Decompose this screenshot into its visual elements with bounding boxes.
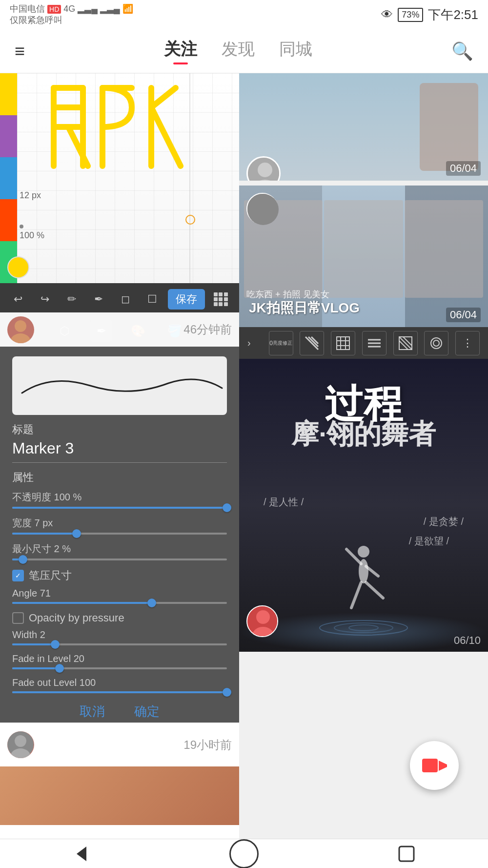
opacity-pressure-checkbox[interactable] <box>12 612 24 624</box>
fade-out-track[interactable] <box>12 691 227 693</box>
width-label: 宽度 7 px <box>12 517 227 530</box>
brush-stroke-preview <box>12 366 227 405</box>
fade-in-track[interactable] <box>12 667 227 669</box>
circle-icon[interactable] <box>424 331 448 355</box>
angle-track[interactable] <box>12 602 227 604</box>
back-button[interactable] <box>62 842 101 866</box>
right-date-1: 06/04 <box>446 161 481 176</box>
palette-red[interactable] <box>0 199 17 241</box>
grid-icon[interactable] <box>331 331 355 355</box>
brightness-icon[interactable]: 0亮度修正 <box>269 331 293 355</box>
more-options-icon[interactable]: ⋮ <box>455 331 480 355</box>
battery-indicator: 73% <box>398 8 423 22</box>
tab-tongcheng[interactable]: 同城 <box>279 38 312 64</box>
pen-pressure-checkbox[interactable]: ✓ <box>12 570 24 581</box>
angle-thumb[interactable] <box>147 599 156 607</box>
palette-purple[interactable] <box>0 115 17 157</box>
main-content: 12 px 100 % ↩ ↪ ✏ ✒ ◻ ☐ 保存 <box>0 73 488 839</box>
undo-button[interactable]: ↩ <box>7 288 29 310</box>
color-circle[interactable] <box>7 256 29 278</box>
confirm-button[interactable]: 确定 <box>134 703 160 720</box>
brush-preview <box>12 356 227 415</box>
opacity-pressure-label: Opacity by pressure <box>29 612 124 624</box>
width2-slider-row: Width 2 <box>12 629 227 645</box>
cancel-button[interactable]: 取消 <box>80 703 105 720</box>
search-icon[interactable]: 🔍 <box>451 41 473 62</box>
carrier-info: 中国电信 HD 4G ▂▃▄ ▂▃▄ 📶 仅限紧急呼叫 <box>10 3 133 26</box>
opacity-label: 不透明度 100 % <box>12 491 227 504</box>
svg-point-36 <box>433 340 439 346</box>
pencil-button[interactable]: ✏ <box>61 288 83 310</box>
svg-point-17 <box>258 163 272 177</box>
eraser-button[interactable]: ◻ <box>114 288 136 310</box>
palette-yellow[interactable] <box>0 73 17 115</box>
post-meta-2: 19小时前 <box>0 723 239 766</box>
pen-pressure-row: ✓ 笔压尺寸 <box>12 568 227 583</box>
lines-icon[interactable] <box>362 331 386 355</box>
fade-out-fill <box>12 691 227 693</box>
min-size-thumb[interactable] <box>19 555 27 564</box>
brush-name: Marker 3 <box>12 439 227 463</box>
opacity-indicator: 100 % <box>20 225 44 241</box>
width2-thumb[interactable] <box>51 640 60 649</box>
drawing-toolbar: ↩ ↪ ✏ ✒ ◻ ☐ 保存 <box>0 283 239 315</box>
width2-track[interactable] <box>12 643 227 645</box>
svg-point-45 <box>349 625 378 631</box>
width-thumb[interactable] <box>72 529 81 538</box>
save-button[interactable]: 保存 <box>168 289 205 310</box>
drawing-app: 12 px 100 % ↩ ↪ ✏ ✒ ◻ ☐ 保存 <box>0 73 239 347</box>
svg-line-20 <box>305 337 318 350</box>
fade-in-thumb[interactable] <box>55 664 64 673</box>
tab-guanzhu[interactable]: 关注 <box>164 38 197 64</box>
opacity-slider-row: 不透明度 100 % <box>12 491 227 509</box>
edit-button[interactable]: ☐ <box>141 288 163 310</box>
brush-button[interactable]: ✒ <box>88 288 110 310</box>
menu-icon[interactable]: ≡ <box>15 41 25 62</box>
dance-poster: 过程 摩·翎的舞者 / 是人性 / / 是贪婪 / / 是欲望 / <box>239 359 488 652</box>
fade-out-slider-row: Fade out Level 100 <box>12 677 227 693</box>
redo-button[interactable]: ↪ <box>34 288 56 310</box>
recents-button[interactable] <box>387 842 426 866</box>
fade-in-fill <box>12 667 60 669</box>
jk-avatar <box>246 193 278 225</box>
opacity-track[interactable] <box>12 507 227 509</box>
svg-point-19 <box>247 194 279 225</box>
drawing-canvas[interactable]: 12 px 100 % <box>0 73 239 283</box>
svg-line-10 <box>151 107 181 166</box>
expand-arrow[interactable]: › <box>247 333 262 353</box>
crosshair <box>185 215 195 225</box>
svg-rect-49 <box>422 759 438 772</box>
hatching-icon[interactable] <box>393 331 418 355</box>
opacity-pressure-row: Opacity by pressure <box>12 612 227 624</box>
angle-slider-row: Angle 71 <box>12 588 227 604</box>
tab-faxian[interactable]: 发现 <box>222 38 255 64</box>
timestamp-drawing: 46分钟前 <box>183 322 232 337</box>
color-palette <box>0 73 17 283</box>
brush-panel: 标题 Marker 3 属性 不透明度 100 % 宽度 7 px <box>0 347 239 723</box>
svg-rect-52 <box>399 847 414 861</box>
svg-line-42 <box>366 582 383 598</box>
palette-blue[interactable] <box>0 157 17 199</box>
more-button[interactable] <box>210 288 232 310</box>
signal-bars: ▂▃▄ <box>78 4 98 14</box>
fade-out-thumb[interactable] <box>223 688 231 697</box>
emergency-text: 仅限紧急呼叫 <box>10 15 62 25</box>
edit-toolbar-right: › 0亮度修正 <box>239 327 488 359</box>
width-slider-row: 宽度 7 px <box>12 517 227 535</box>
svg-line-33 <box>399 341 408 350</box>
stripe-icon[interactable] <box>300 331 324 355</box>
record-button[interactable] <box>410 741 459 790</box>
width2-label: Width 2 <box>12 629 227 641</box>
opacity-thumb[interactable] <box>223 503 231 512</box>
svg-point-35 <box>431 338 442 349</box>
status-bar: 中国电信 HD 4G ▂▃▄ ▂▃▄ 📶 仅限紧急呼叫 👁 73% 下午2:51 <box>0 0 488 29</box>
fade-out-label: Fade out Level 100 <box>12 677 227 688</box>
min-size-track[interactable] <box>12 558 227 560</box>
width-track[interactable] <box>12 533 227 535</box>
dance-subtitle: 摩·翎的舞者 <box>254 417 473 450</box>
svg-line-9 <box>151 88 176 107</box>
jk-title: JK拍照日常VLOG <box>249 299 360 317</box>
panel-title-label: 标题 <box>12 422 227 437</box>
home-button[interactable] <box>224 842 264 866</box>
svg-point-37 <box>358 546 369 558</box>
